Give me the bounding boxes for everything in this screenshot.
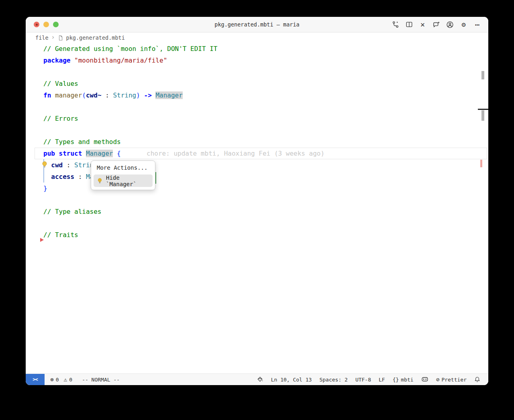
- encoding-setting[interactable]: UTF-8: [355, 377, 371, 383]
- language-label: mbti: [401, 377, 413, 383]
- code-token: [70, 57, 74, 64]
- code-token: :: [102, 91, 113, 99]
- indentation-setting[interactable]: Spaces: 2: [319, 377, 347, 383]
- code-token: [140, 91, 144, 99]
- code-line-3[interactable]: [26, 66, 488, 78]
- titlebar[interactable]: pkg.generated.mbti — maria ×: [26, 17, 488, 32]
- vim-mode-indicator[interactable]: -- NORMAL --: [82, 377, 120, 383]
- code-token: (: [82, 91, 86, 99]
- code-token: :: [63, 161, 74, 169]
- code-token: // Type aliases: [43, 208, 102, 215]
- code-token: cwd: [51, 161, 63, 169]
- error-icon: ⊗: [50, 377, 54, 383]
- code-token: // Traits: [43, 231, 78, 239]
- close-editor-icon[interactable]: ×: [419, 21, 426, 28]
- notifications-bell-icon[interactable]: [474, 376, 480, 383]
- overview-ruler-cursor-mark: [480, 160, 482, 167]
- code-token: struct: [59, 150, 82, 157]
- code-line-8[interactable]: [26, 124, 488, 136]
- code-token: Manager: [86, 150, 113, 157]
- remote-indicator[interactable]: ><: [26, 374, 45, 385]
- breadcrumb: file › pkg.generated.mbti: [26, 32, 488, 43]
- code-token: [152, 91, 156, 99]
- code-token: package: [43, 57, 70, 64]
- code-token: // Errors: [43, 115, 78, 122]
- eol-setting[interactable]: LF: [379, 377, 385, 383]
- code-token: // Generated using `moon info`, DON'T ED…: [43, 45, 217, 53]
- popup-more-actions-label: More Actions...: [94, 164, 153, 174]
- code-token: [82, 150, 86, 157]
- code-token: access: [51, 173, 74, 181]
- source-control-graph-icon[interactable]: [392, 21, 399, 28]
- settings-gear-icon[interactable]: ⚙: [460, 21, 467, 28]
- cursor-position[interactable]: Ln 10, Col 13: [271, 377, 312, 383]
- code-line-16[interactable]: [26, 217, 488, 229]
- code-line-17[interactable]: // Traits: [26, 229, 488, 241]
- paint-bucket-icon[interactable]: [257, 376, 263, 383]
- code-token: String: [113, 91, 136, 99]
- code-line-14[interactable]: [26, 194, 488, 206]
- code-token: [55, 150, 59, 157]
- code-line-7[interactable]: // Errors: [26, 113, 488, 124]
- code-token: cwd~: [86, 91, 102, 99]
- code-token: {: [117, 150, 121, 157]
- code-line-4[interactable]: // Values: [26, 78, 488, 89]
- vscode-window: pkg.generated.mbti — maria ×: [26, 17, 488, 385]
- code-line-5[interactable]: fn manager(cwd~ : String) -> Manager: [26, 89, 488, 101]
- split-editor-icon[interactable]: [405, 21, 413, 28]
- code-line-2[interactable]: package "moonbitlang/maria/file": [26, 55, 488, 66]
- problems-indicator[interactable]: ⊗ 0 ⚠ 0: [50, 377, 72, 383]
- code-token: ->: [144, 91, 152, 99]
- lightbulb-icon: [97, 178, 103, 184]
- overview-ruler-tick: [478, 109, 488, 110]
- code-token: [113, 150, 117, 157]
- overview-ruler-mark: [481, 71, 484, 79]
- language-mode[interactable]: {} mbti: [393, 377, 414, 383]
- code-token: [51, 91, 55, 99]
- statusbar: >< ⊗ 0 ⚠ 0 -- NORMAL --: [26, 373, 488, 385]
- code-token: Manager: [155, 91, 182, 99]
- code-line-6[interactable]: [26, 101, 488, 113]
- red-arrow-marker: [40, 238, 44, 242]
- code-line-1[interactable]: // Generated using `moon info`, DON'T ED…: [26, 43, 488, 55]
- code-token: manager: [55, 91, 82, 99]
- code-token: fn: [43, 91, 51, 99]
- code-line-9[interactable]: // Types and methods: [26, 136, 488, 148]
- disabled-circle-icon: ⊘: [436, 377, 440, 383]
- code-token: [43, 173, 51, 181]
- titlebar-actions: × ⚙ ⋯: [392, 17, 481, 32]
- account-icon[interactable]: [446, 21, 454, 28]
- code-lines: // Generated using `moon info`, DON'T ED…: [26, 43, 488, 241]
- breadcrumb-folder[interactable]: file: [35, 34, 49, 41]
- warning-icon: ⚠: [64, 377, 67, 383]
- error-count: 0: [56, 377, 59, 383]
- git-blame-annotation: chore: update mbti, Haoxiang Fei (3 week…: [147, 148, 324, 159]
- lightbulb-icon[interactable]: [41, 161, 48, 170]
- code-token: pub: [43, 150, 55, 157]
- popup-item-label: Hide `Manager`: [106, 174, 149, 187]
- copilot-icon[interactable]: [421, 376, 428, 383]
- code-token: // Types and methods: [43, 138, 121, 146]
- code-token: ): [136, 91, 140, 99]
- code-token: "moonbitlang/maria/file": [74, 57, 167, 64]
- editor[interactable]: // Generated using `moon info`, DON'T ED…: [26, 43, 488, 373]
- file-icon: [58, 35, 63, 41]
- chat-sparkle-icon[interactable]: [432, 21, 440, 28]
- overview-ruler-mark: [481, 110, 484, 121]
- chevron-right-icon: ›: [51, 34, 55, 41]
- prettier-label: Prettier: [441, 377, 467, 383]
- more-actions-icon[interactable]: ⋯: [473, 21, 481, 28]
- code-token: // Values: [43, 80, 78, 87]
- code-line-15[interactable]: // Type aliases: [26, 206, 488, 217]
- braces-icon: {}: [393, 377, 399, 382]
- prettier-indicator[interactable]: ⊘ Prettier: [436, 377, 467, 383]
- code-token: :: [74, 173, 86, 181]
- desktop: pkg.generated.mbti — maria ×: [0, 0, 514, 420]
- code-token: }: [43, 185, 47, 192]
- breadcrumb-file[interactable]: pkg.generated.mbti: [66, 34, 125, 41]
- code-action-popup: More Actions... Hide `Manager`: [91, 160, 155, 190]
- remote-icon: ><: [33, 377, 37, 382]
- warning-count: 0: [69, 377, 72, 383]
- code-line-10[interactable]: pub struct Manager {chore: update mbti, …: [26, 148, 488, 159]
- popup-item-hide-manager[interactable]: Hide `Manager`: [94, 174, 153, 187]
